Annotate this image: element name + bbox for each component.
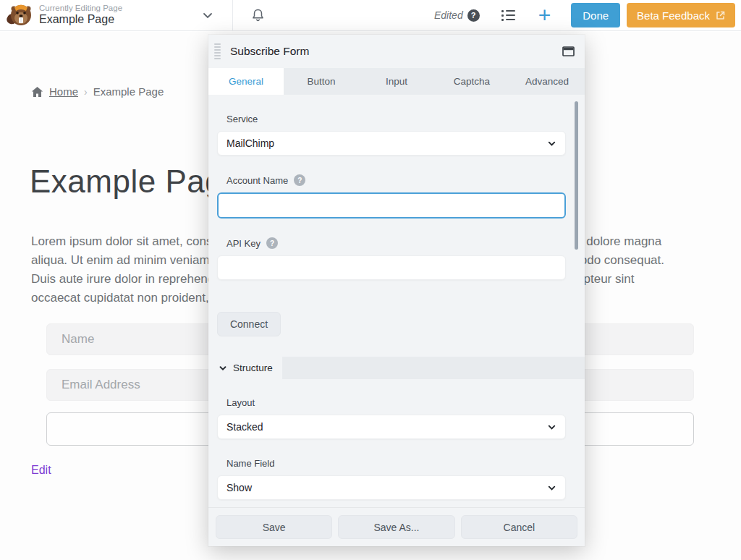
breadcrumb-current: Example Page xyxy=(93,85,164,98)
breadcrumb-separator: › xyxy=(84,86,88,98)
subscribe-form-settings-modal: Subscribe Form General Button Input Capt… xyxy=(208,35,585,546)
save-as-button[interactable]: Save As... xyxy=(338,515,454,539)
structure-section-tab[interactable]: Structure xyxy=(208,357,282,379)
structure-section-title: Structure xyxy=(233,362,273,373)
api-key-label-text: API Key xyxy=(226,238,261,249)
breadcrumb: Home › Example Page xyxy=(31,85,164,98)
structure-section-fields: Layout Stacked Name Field Show xyxy=(217,397,566,500)
service-select[interactable]: MailChimp xyxy=(217,131,566,156)
name-field-label: Name Field xyxy=(226,458,566,469)
modal-title: Subscribe Form xyxy=(230,45,309,58)
notifications-bell-icon[interactable] xyxy=(251,8,265,22)
layout-label: Layout xyxy=(226,397,566,408)
tab-advanced[interactable]: Advanced xyxy=(509,68,585,95)
chevron-down-icon xyxy=(547,423,556,432)
home-icon xyxy=(31,86,43,98)
account-name-label-text: Account Name xyxy=(226,175,288,186)
drag-handle-icon[interactable] xyxy=(214,43,221,59)
modal-body: Service MailChimp Account Name ? API Key… xyxy=(208,95,585,507)
modal-footer: Save Save As... Cancel xyxy=(208,507,585,546)
tab-input[interactable]: Input xyxy=(359,68,434,95)
editing-label: Currently Editing Page xyxy=(39,4,122,13)
editing-page-title: Example Page xyxy=(39,13,122,26)
api-key-help-icon[interactable]: ? xyxy=(266,237,278,249)
cancel-button[interactable]: Cancel xyxy=(461,515,577,539)
topbar-divider xyxy=(232,0,233,31)
top-bar: Currently Editing Page Example Page Edit… xyxy=(0,0,741,31)
api-key-label: API Key ? xyxy=(226,237,576,249)
tab-button[interactable]: Button xyxy=(284,68,359,95)
topbar-actions: Edited ? + Done Beta Feedback xyxy=(434,3,741,27)
beaver-builder-logo-icon[interactable] xyxy=(5,1,33,29)
add-content-plus-icon[interactable]: + xyxy=(538,6,551,25)
service-select-value: MailChimp xyxy=(226,137,274,149)
external-link-icon xyxy=(716,11,725,20)
page-switcher-chevron-down-icon[interactable] xyxy=(202,9,213,21)
account-name-help-icon[interactable]: ? xyxy=(294,174,305,186)
account-name-input[interactable] xyxy=(217,192,566,219)
done-button[interactable]: Done xyxy=(571,3,620,27)
modal-scrollbar[interactable] xyxy=(575,101,578,250)
dock-window-icon[interactable] xyxy=(562,46,575,56)
structure-section-header[interactable]: Structure xyxy=(208,357,585,379)
chevron-down-icon xyxy=(547,139,556,148)
section-chevron-down-icon xyxy=(219,364,227,373)
layout-select-value: Stacked xyxy=(226,421,263,433)
tab-general[interactable]: General xyxy=(208,68,284,95)
account-name-label: Account Name ? xyxy=(226,174,576,186)
outline-panel-icon[interactable] xyxy=(501,10,515,21)
name-field-select[interactable]: Show xyxy=(217,475,566,500)
save-button[interactable]: Save xyxy=(216,515,332,539)
connect-button[interactable]: Connect xyxy=(217,312,281,336)
beta-feedback-button[interactable]: Beta Feedback xyxy=(627,3,735,27)
service-label: Service xyxy=(226,114,576,124)
breadcrumb-home-link[interactable]: Home xyxy=(49,85,78,98)
beta-feedback-label: Beta Feedback xyxy=(637,9,710,22)
api-key-input[interactable] xyxy=(217,255,566,280)
edited-status: Edited xyxy=(434,9,463,21)
current-page-block: Currently Editing Page Example Page xyxy=(39,4,122,27)
modal-tabs: General Button Input Captcha Advanced xyxy=(208,68,585,95)
edit-link[interactable]: Edit xyxy=(31,464,51,477)
tab-captcha[interactable]: Captcha xyxy=(434,68,509,95)
layout-select[interactable]: Stacked xyxy=(217,415,566,439)
chevron-down-icon xyxy=(547,483,556,493)
edited-help-icon[interactable]: ? xyxy=(467,9,480,22)
modal-header: Subscribe Form xyxy=(208,35,585,68)
name-field-select-value: Show xyxy=(226,482,252,493)
